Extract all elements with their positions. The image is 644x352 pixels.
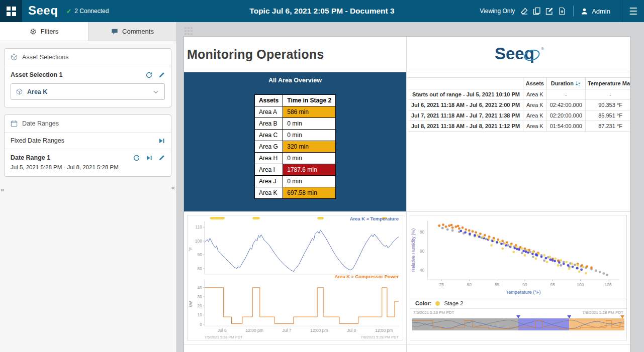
svg-text:100: 100 [577, 282, 584, 287]
topbar-divider [573, 6, 574, 17]
step-to-end-icon[interactable] [158, 138, 165, 144]
table-row: Area C0 min [254, 130, 335, 141]
svg-text:Jul 8: Jul 8 [347, 328, 356, 333]
step-to-end-icon[interactable] [146, 155, 152, 161]
user-icon [581, 8, 588, 15]
table-row: Starts out of range - Jul 5, 2021 10:10 … [408, 89, 630, 100]
value-cell: 0 min [283, 176, 336, 187]
connection-status[interactable]: ✓ 2 Connected [66, 8, 109, 15]
svg-text:80: 80 [420, 229, 425, 234]
next-section-right [407, 344, 630, 352]
overview-panel: All Area Overview Assets Time in Stage 2… [184, 72, 406, 211]
sort-numeric-icon [575, 81, 581, 86]
overview-col-assets[interactable]: Assets [254, 95, 283, 106]
trend-chart: 8090100110°FArea K » Temperature01020304… [187, 215, 403, 340]
svg-text:110: 110 [195, 224, 202, 229]
capsule-col-assets[interactable]: Assets [523, 78, 547, 89]
eraser-icon[interactable] [520, 7, 528, 15]
svg-text:40: 40 [197, 285, 202, 290]
logo-cell: Seeq ® [407, 37, 630, 72]
next-section-left [184, 344, 407, 352]
svg-text:80: 80 [197, 266, 202, 271]
scatter-chart-cell: 7580859095100105406080Temperature (°F)Re… [407, 212, 630, 344]
viewing-only-label: Viewing Only [480, 8, 515, 15]
svg-text:Area K » Temperature: Area K » Temperature [350, 216, 399, 221]
table-row: Jul 6, 2021 11:18 AM - Jul 6, 2021 2:00 … [408, 100, 630, 110]
svg-text:7/8/2021 5:28 PM PDT: 7/8/2021 5:28 PM PDT [360, 335, 399, 339]
value-cell: 320 min [283, 141, 336, 153]
svg-text:105: 105 [605, 282, 612, 287]
hamburger-menu-button[interactable]: ☰ [622, 0, 644, 22]
svg-text:20: 20 [197, 303, 202, 308]
table-row: Area G320 min [254, 141, 335, 153]
capsule-table: Assets Duration Temperature Max Starts o… [408, 77, 630, 132]
svg-text:10: 10 [197, 312, 202, 317]
asset-dropdown-value: Area K [27, 88, 47, 95]
app-grid-icon [7, 7, 16, 16]
date-ranges-card: Date Ranges Fixed Date Ranges Date Range… [4, 114, 171, 177]
tab-comments[interactable]: Comments [88, 22, 176, 41]
edit-icon[interactable] [158, 72, 165, 78]
svg-text:40: 40 [420, 268, 425, 273]
seeq-document-logo: Seeq ® [486, 43, 551, 65]
overview-title: All Area Overview [184, 77, 406, 84]
table-row: Area K697.58 min [254, 187, 335, 199]
refresh-icon[interactable] [133, 155, 140, 161]
page-title-cell: Monitoring Operations [184, 37, 407, 72]
pdf-export-icon[interactable] [558, 7, 566, 15]
date-range-value: Jul 5, 2021 5:28 PM - Jul 8, 2021 5:28 P… [5, 164, 171, 176]
svg-text:90: 90 [522, 282, 527, 287]
user-menu[interactable]: Admin [581, 8, 617, 15]
drag-handle-icon[interactable] [185, 27, 193, 35]
date-range-row: Date Range 1 [5, 149, 171, 164]
comment-bubble-icon [111, 28, 118, 35]
svg-text:Jul 7: Jul 7 [283, 328, 292, 333]
legend-dot [435, 301, 440, 306]
value-cell: 1787.6 min [283, 164, 336, 176]
seeq-logo[interactable]: Seeq [22, 4, 66, 19]
overview-cell: All Area Overview Assets Time in Stage 2… [184, 72, 407, 212]
svg-text:Temperature (°F): Temperature (°F) [506, 290, 541, 295]
legend-label: Color: [415, 300, 431, 306]
asset-selections-heading: Asset Selections [22, 54, 68, 61]
table-row: Jul 8, 2021 11:18 AM - Jul 8, 2021 1:12 … [408, 121, 630, 132]
legend-entry: Stage 2 [444, 300, 463, 306]
svg-text:7/5/2021 5:28 PM PDT: 7/5/2021 5:28 PM PDT [205, 335, 243, 339]
svg-text:85: 85 [495, 282, 500, 287]
svg-text:80: 80 [467, 282, 472, 287]
scatter-chart: 7580859095100105406080Temperature (°F)Re… [410, 215, 627, 340]
asset-dropdown[interactable]: Area K [11, 83, 165, 100]
topbar-actions: Viewing Only Admin ☰ [480, 0, 644, 22]
expand-panel-chevron[interactable]: » [1, 186, 4, 193]
asset-cell: Area J [254, 176, 283, 187]
refresh-icon[interactable] [146, 72, 152, 78]
value-cell: 0 min [283, 130, 336, 141]
capsule-col-duration[interactable]: Duration [546, 78, 585, 89]
sidebar-tabs: Filters Comments [0, 22, 176, 41]
collapse-sidebar-chevron[interactable]: « [171, 184, 175, 191]
overview-col-time[interactable]: Time in Stage 2 [283, 95, 336, 106]
page-title: Monitoring Operations [187, 47, 324, 62]
asset-cell: Area C [254, 130, 283, 141]
asset-selections-header: Asset Selections [5, 49, 171, 66]
date-ranges-heading: Date Ranges [22, 120, 59, 127]
document-canvas: Monitoring Operations Seeq ® All Area Ov… [177, 22, 644, 352]
asset-cell: Area B [254, 118, 283, 130]
app-grid-button[interactable] [0, 0, 22, 22]
table-row: Area I1787.6 min [254, 164, 335, 176]
edit-icon[interactable] [158, 155, 165, 161]
date-range-label: Date Range 1 [11, 154, 50, 161]
hamburger-icon: ☰ [629, 6, 637, 17]
capsule-table-cell: Assets Duration Temperature Max Starts o… [407, 72, 630, 212]
minimap[interactable] [410, 315, 626, 335]
asset-cell: Area I [254, 164, 283, 176]
end-timestamp: 7/8/2021 5:28 PM PDT [583, 310, 623, 315]
svg-text:60: 60 [420, 249, 425, 254]
connection-status-label: 2 Connected [74, 8, 109, 15]
edit-document-icon[interactable] [545, 7, 554, 15]
date-ranges-header: Date Ranges [5, 115, 171, 133]
svg-text:®: ® [541, 47, 544, 51]
capsule-col-tempmax[interactable]: Temperature Max [585, 78, 630, 89]
tab-filters[interactable]: Filters [0, 22, 88, 41]
duplicate-icon[interactable] [533, 7, 541, 15]
